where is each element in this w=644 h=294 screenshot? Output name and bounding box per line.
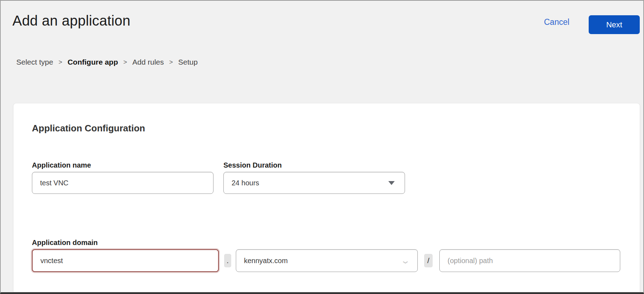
next-button[interactable]: Next <box>589 15 640 34</box>
caret-down-icon <box>388 181 395 185</box>
breadcrumb-step-add-rules[interactable]: Add rules <box>132 58 164 66</box>
session-duration-value: 24 hours <box>232 179 259 187</box>
breadcrumb-step-setup[interactable]: Setup <box>178 58 198 66</box>
application-name-label: Application name <box>32 161 91 169</box>
session-duration-label: Session Duration <box>223 161 282 169</box>
domain-select[interactable]: kennyatx.com ⌄ <box>236 249 418 272</box>
application-domain-label: Application domain <box>32 239 98 247</box>
chevron-down-icon: ⌄ <box>400 256 410 266</box>
domain-select-value: kennyatx.com <box>244 257 288 265</box>
subdomain-input[interactable] <box>32 249 219 272</box>
breadcrumb-step-select-type[interactable]: Select type <box>16 58 53 66</box>
breadcrumb-separator: > <box>59 59 62 66</box>
app-window: Add an application Cancel Next Select ty… <box>0 0 644 294</box>
breadcrumb-separator: > <box>169 59 173 66</box>
breadcrumb-step-configure-app[interactable]: Configure app <box>67 58 118 66</box>
path-input[interactable] <box>439 249 620 272</box>
page-title: Add an application <box>12 13 131 29</box>
session-duration-select[interactable]: 24 hours <box>223 172 405 194</box>
domain-dot-separator: . <box>224 254 231 267</box>
domain-slash-separator: / <box>424 254 433 267</box>
application-name-input[interactable] <box>32 172 213 194</box>
section-title: Application Configuration <box>32 123 145 134</box>
breadcrumb: Select type > Configure app > Add rules … <box>16 58 198 66</box>
breadcrumb-separator: > <box>123 59 127 66</box>
cancel-button[interactable]: Cancel <box>544 17 570 27</box>
